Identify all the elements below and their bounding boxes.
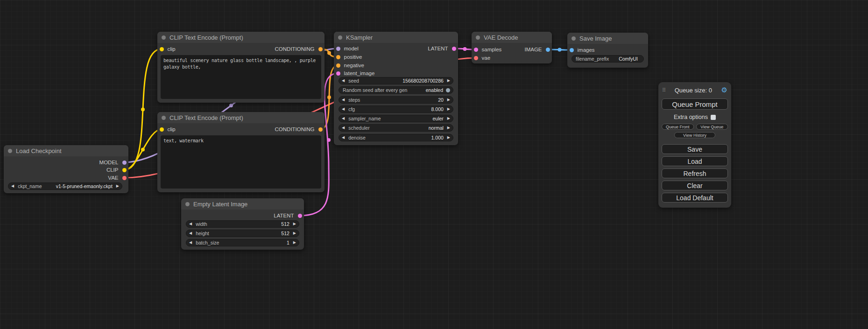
batch-size-widget[interactable]: ◀ batch_size 1 ▶	[186, 239, 299, 246]
image-port-dot[interactable]	[546, 48, 550, 52]
latent-port-dot[interactable]	[298, 214, 302, 218]
decrease-icon[interactable]: ◀	[342, 136, 345, 140]
output-port-latent[interactable]: LATENT	[334, 45, 458, 52]
decrease-icon[interactable]: ◀	[342, 107, 345, 111]
seed-widget[interactable]: ◀ seed 156680208700286 ▶	[339, 77, 453, 84]
latent-port-dot[interactable]	[452, 47, 456, 51]
output-port-conditioning[interactable]: CONDITIONING	[157, 46, 325, 52]
vae-port-dot[interactable]	[122, 176, 127, 180]
filename-prefix-widget[interactable]: filename_prefix ComfyUI	[572, 55, 644, 63]
increase-icon[interactable]: ▶	[447, 107, 450, 111]
widget-value: 8.000	[431, 106, 444, 112]
decrease-icon[interactable]: ◀	[342, 98, 345, 102]
negative-prompt-textarea[interactable]: text, watermark	[161, 135, 321, 189]
node-title-bar[interactable]: KSampler	[334, 32, 458, 43]
node-title-bar[interactable]: CLIP Text Encode (Prompt)	[157, 32, 325, 43]
output-port-latent[interactable]: LATENT	[181, 212, 304, 219]
input-port-images[interactable]: images	[567, 47, 648, 53]
node-title-bar[interactable]: VAE Decode	[472, 32, 552, 43]
next-value-icon[interactable]: ▶	[447, 126, 450, 130]
scheduler-widget[interactable]: ◀ scheduler normal ▶	[339, 124, 453, 132]
node-save-image[interactable]: Save Image images filename_prefix ComfyU…	[567, 33, 648, 68]
increase-icon[interactable]: ▶	[293, 231, 296, 235]
input-port-vae[interactable]: vae	[472, 55, 552, 61]
drag-handle-icon[interactable]: ⠿	[662, 87, 665, 93]
decrease-icon[interactable]: ◀	[189, 231, 192, 235]
queue-prompt-button[interactable]: Queue Prompt	[662, 98, 728, 110]
increase-icon[interactable]: ▶	[293, 222, 296, 226]
conditioning-port-dot[interactable]	[336, 63, 340, 68]
output-port-image[interactable]: IMAGE	[472, 46, 552, 53]
conditioning-port-dot[interactable]	[318, 47, 323, 51]
positive-prompt-textarea[interactable]: beautiful scenery nature glass bottle la…	[161, 55, 321, 99]
comfy-menu-panel[interactable]: ⠿ Queue size: 0 ⚙ Queue Prompt Extra opt…	[658, 82, 731, 208]
output-port-conditioning[interactable]: CONDITIONING	[157, 126, 325, 133]
vae-port-dot[interactable]	[474, 56, 478, 60]
link-midpoint-dot[interactable]	[327, 96, 331, 99]
random-seed-toggle[interactable]: Random seed after every gen enabled	[339, 86, 453, 94]
toggle-dot[interactable]	[446, 88, 450, 92]
link-midpoint-dot[interactable]	[141, 148, 145, 152]
sampler-name-widget[interactable]: ◀ sampler_name euler ▶	[339, 115, 453, 122]
increase-icon[interactable]: ▶	[293, 241, 296, 245]
output-port-model[interactable]: MODEL	[4, 159, 128, 166]
decrease-icon[interactable]: ◀	[189, 241, 192, 245]
denoise-widget[interactable]: ◀ denoise 1.000 ▶	[339, 134, 453, 141]
latent-port-dot[interactable]	[336, 71, 340, 76]
node-title-bar[interactable]: Empty Latent Image	[181, 198, 304, 210]
output-port-clip[interactable]: CLIP	[4, 167, 128, 173]
link-midpoint-dot[interactable]	[463, 47, 467, 51]
decrease-icon[interactable]: ◀	[189, 222, 192, 226]
link-midpoint-dot[interactable]	[229, 104, 233, 107]
link-midpoint-dot[interactable]	[558, 48, 562, 52]
image-port-dot[interactable]	[570, 48, 574, 52]
next-value-icon[interactable]: ▶	[447, 117, 450, 120]
model-port-dot[interactable]	[122, 161, 127, 165]
next-value-icon[interactable]: ▶	[116, 184, 119, 188]
prev-value-icon[interactable]: ◀	[11, 184, 14, 188]
cfg-widget[interactable]: ◀ cfg 8.000 ▶	[339, 105, 453, 113]
input-port-negative[interactable]: negative	[334, 62, 458, 69]
decrease-icon[interactable]: ◀	[342, 79, 345, 83]
node-clip-text-encode-negative[interactable]: CLIP Text Encode (Prompt) clip CONDITION…	[157, 112, 325, 192]
conditioning-port-dot[interactable]	[318, 127, 323, 132]
conditioning-port-dot[interactable]	[336, 55, 340, 59]
load-default-button[interactable]: Load Default	[662, 193, 728, 203]
node-title-bar[interactable]: Load Checkpoint	[4, 145, 128, 156]
increase-icon[interactable]: ▶	[447, 136, 450, 140]
input-port-latent-image[interactable]: latent_image	[334, 70, 458, 77]
increase-icon[interactable]: ▶	[447, 79, 450, 83]
increase-icon[interactable]: ▶	[447, 98, 450, 102]
width-widget[interactable]: ◀ width 512 ▶	[186, 220, 299, 228]
clear-button[interactable]: Clear	[662, 181, 728, 190]
node-ksampler[interactable]: KSampler model LATENT positive negative …	[334, 32, 458, 145]
clip-port-dot[interactable]	[122, 168, 127, 172]
steps-widget[interactable]: ◀ steps 20 ▶	[339, 96, 453, 104]
link-midpoint-dot[interactable]	[327, 51, 331, 55]
prev-value-icon[interactable]: ◀	[342, 117, 345, 120]
height-widget[interactable]: ◀ height 512 ▶	[186, 230, 299, 237]
node-vae-decode[interactable]: VAE Decode samples IMAGE vae	[472, 32, 552, 63]
node-load-checkpoint[interactable]: Load Checkpoint MODEL CLIP VAE ◀ ckpt_na…	[4, 145, 128, 193]
widget-label: scheduler	[348, 125, 370, 131]
input-port-positive[interactable]: positive	[334, 54, 458, 60]
load-button[interactable]: Load	[662, 156, 728, 166]
link-midpoint-dot[interactable]	[141, 108, 145, 112]
node-title-bar[interactable]: Save Image	[567, 33, 648, 44]
queue-front-button[interactable]: Queue Front	[662, 124, 694, 130]
node-title-bar[interactable]: CLIP Text Encode (Prompt)	[157, 112, 325, 123]
extra-options-label: Extra options	[674, 114, 708, 120]
extra-options-checkbox[interactable]	[711, 115, 716, 120]
node-empty-latent-image[interactable]: Empty Latent Image LATENT ◀ width 512 ▶ …	[181, 198, 304, 250]
node-clip-text-encode-positive[interactable]: CLIP Text Encode (Prompt) clip CONDITION…	[157, 32, 325, 103]
widget-value: 1	[287, 240, 289, 245]
link-midpoint-dot[interactable]	[327, 138, 331, 142]
prev-value-icon[interactable]: ◀	[342, 126, 345, 130]
settings-gear-icon[interactable]: ⚙	[721, 86, 727, 94]
view-queue-button[interactable]: View Queue	[696, 124, 728, 130]
output-port-vae[interactable]: VAE	[4, 175, 128, 181]
ckpt-name-widget[interactable]: ◀ ckpt_name v1-5-pruned-emaonly.ckpt ▶	[8, 182, 122, 190]
refresh-button[interactable]: Refresh	[662, 168, 728, 178]
view-history-button[interactable]: View History	[674, 132, 715, 138]
save-button[interactable]: Save	[662, 144, 728, 154]
